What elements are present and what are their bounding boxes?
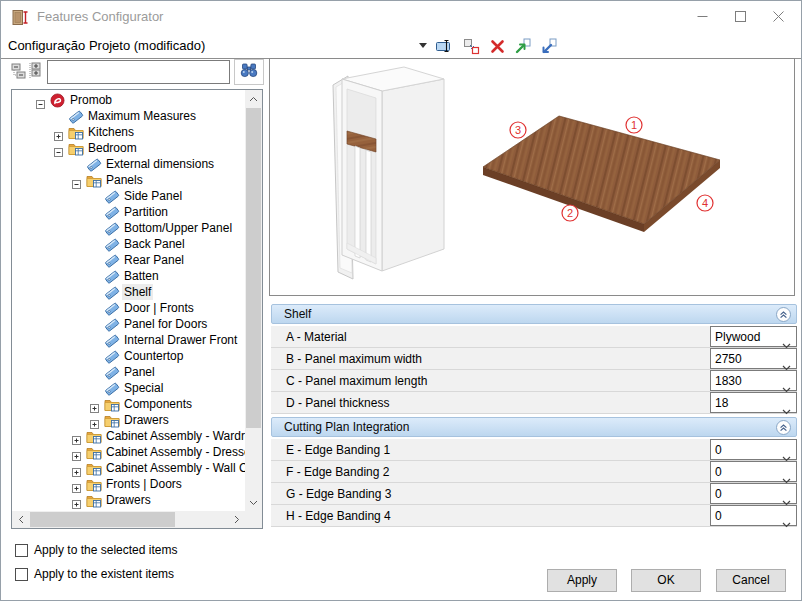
tree-item-kitchens[interactable]: Kitchens xyxy=(12,124,245,140)
tree-item-bottom-upper-panel[interactable]: Bottom/Upper Panel xyxy=(12,220,245,236)
collapse-section-icon[interactable] xyxy=(776,420,791,435)
tree-item-drawers[interactable]: Drawers xyxy=(12,412,245,428)
tree-item-label[interactable]: Side Panel xyxy=(122,188,184,204)
expand-node-icon[interactable] xyxy=(90,415,99,424)
tree-item-bedroom[interactable]: Bedroom xyxy=(12,140,245,156)
tree-item-internal-drawer-front[interactable]: Internal Drawer Front xyxy=(12,332,245,348)
tree-item-fronts-doors[interactable]: Fronts | Doors xyxy=(12,476,245,492)
tree-item-promob[interactable]: Promob xyxy=(12,92,245,108)
tree-item-batten[interactable]: Batten xyxy=(12,268,245,284)
collapse-section-icon[interactable] xyxy=(776,307,791,322)
tree-item-label[interactable]: Kitchens xyxy=(86,124,136,140)
scroll-down-icon[interactable] xyxy=(245,494,262,511)
expand-all-icon[interactable] xyxy=(28,62,44,80)
tree-item-back-panel[interactable]: Back Panel xyxy=(12,236,245,252)
tree-item-label[interactable]: Internal Drawer Front xyxy=(122,332,239,348)
property-dropdown[interactable]: 0 xyxy=(710,439,797,460)
ok-button[interactable]: OK xyxy=(631,569,701,592)
property-dropdown[interactable]: 0 xyxy=(710,461,797,482)
collapse-node-icon[interactable] xyxy=(72,175,81,184)
tree-item-label[interactable]: Fronts | Doors xyxy=(104,476,184,492)
scroll-up-icon[interactable] xyxy=(245,90,262,107)
tree-item-label[interactable]: External dimensions xyxy=(104,156,216,172)
apply-button[interactable]: Apply xyxy=(547,569,617,592)
configuration-combo[interactable]: Configuração Projeto (modificado) xyxy=(8,38,205,53)
property-dropdown[interactable]: Plywood xyxy=(710,326,797,347)
apply-selected-checkbox[interactable] xyxy=(15,544,28,557)
property-dropdown[interactable]: 2750 xyxy=(710,348,797,369)
tree-item-label[interactable]: Bedroom xyxy=(86,140,139,156)
tree-item-panel-for-doors[interactable]: Panel for Doors xyxy=(12,316,245,332)
tree-item-maximum-measures[interactable]: Maximum Measures xyxy=(12,108,245,124)
tree-item-rear-panel[interactable]: Rear Panel xyxy=(12,252,245,268)
search-button[interactable] xyxy=(234,59,264,85)
apply-existent-checkbox[interactable] xyxy=(15,568,28,581)
tree-item-panels[interactable]: Panels xyxy=(12,172,245,188)
tree-item-panel[interactable]: Panel xyxy=(12,364,245,380)
tree-item-side-panel[interactable]: Side Panel xyxy=(12,188,245,204)
tree-item-label[interactable]: Cabinet Assembly - Dressers | xyxy=(104,444,245,460)
property-dropdown[interactable]: 0 xyxy=(710,483,797,504)
collapse-all-icon[interactable] xyxy=(11,62,27,80)
tree-item-cabinet-assembly-wardrobe[interactable]: Cabinet Assembly - Wardrobe xyxy=(12,428,245,444)
tree-horizontal-scrollbar[interactable] xyxy=(12,511,245,528)
tree-item-special[interactable]: Special xyxy=(12,380,245,396)
tree-item-label[interactable]: Rear Panel xyxy=(122,252,186,268)
tree-item-label[interactable]: Components xyxy=(122,396,194,412)
tree-item-label[interactable]: Maximum Measures xyxy=(86,108,198,124)
tree-item-label[interactable]: Shelf xyxy=(122,284,153,300)
tree-item-components[interactable]: Components xyxy=(12,396,245,412)
close-button[interactable] xyxy=(756,1,801,32)
section-header-cutting-plan-integration[interactable]: Cutting Plan Integration xyxy=(271,417,797,437)
tree-item-label[interactable]: Panel for Doors xyxy=(122,316,209,332)
tree-item-label[interactable]: Drawers xyxy=(104,492,153,508)
tree-item-label[interactable]: Panels xyxy=(104,172,145,188)
tree-item-label[interactable]: Promob xyxy=(68,92,114,108)
property-dropdown[interactable]: 0 xyxy=(710,505,797,526)
horizontal-scroll-thumb[interactable] xyxy=(30,512,175,527)
collapse-node-icon[interactable] xyxy=(36,95,45,104)
expand-node-icon[interactable] xyxy=(72,447,81,456)
tree-item-shelf[interactable]: Shelf xyxy=(12,284,245,300)
rename-icon[interactable] xyxy=(435,36,455,56)
delete-icon[interactable] xyxy=(487,36,507,56)
tree-vertical-scrollbar[interactable] xyxy=(245,90,262,511)
expand-node-icon[interactable] xyxy=(72,479,81,488)
expand-node-icon[interactable] xyxy=(72,495,81,504)
tree-item-cabinet-assembly-dressers[interactable]: Cabinet Assembly - Dressers | xyxy=(12,444,245,460)
configuration-combo-arrow-icon[interactable] xyxy=(419,43,427,48)
vertical-scroll-thumb[interactable] xyxy=(246,108,261,428)
tree-item-drawers[interactable]: Drawers xyxy=(12,492,245,508)
tree-item-label[interactable]: Special xyxy=(122,380,165,396)
export-icon[interactable] xyxy=(512,36,532,56)
collapse-node-icon[interactable] xyxy=(54,143,63,152)
property-dropdown[interactable]: 1830 xyxy=(710,370,797,391)
expand-node-icon[interactable] xyxy=(54,127,63,136)
copy-icon[interactable] xyxy=(461,36,481,56)
tree-item-partition[interactable]: Partition xyxy=(12,204,245,220)
cancel-button[interactable]: Cancel xyxy=(716,569,786,592)
section-header-shelf[interactable]: Shelf xyxy=(271,304,797,324)
tree-item-label[interactable]: Bottom/Upper Panel xyxy=(122,220,234,236)
expand-node-icon[interactable] xyxy=(90,399,99,408)
tree-item-label[interactable]: Batten xyxy=(122,268,161,284)
tree-item-label[interactable]: Cabinet Assembly - Wall Cabin xyxy=(104,460,245,476)
tree-item-label[interactable]: Door | Fronts xyxy=(122,300,196,316)
tree-item-label[interactable]: Panel xyxy=(122,364,157,380)
expand-node-icon[interactable] xyxy=(72,463,81,472)
tree-item-countertop[interactable]: Countertop xyxy=(12,348,245,364)
scroll-left-icon[interactable] xyxy=(12,511,29,528)
import-icon[interactable] xyxy=(538,36,558,56)
tree-item-door-fronts[interactable]: Door | Fronts xyxy=(12,300,245,316)
tree-item-label[interactable]: Countertop xyxy=(122,348,185,364)
tree-item-label[interactable]: Drawers xyxy=(122,412,171,428)
property-dropdown[interactable]: 18 xyxy=(710,392,797,413)
tree-item-label[interactable]: Back Panel xyxy=(122,236,187,252)
tree-item-external-dimensions[interactable]: External dimensions xyxy=(12,156,245,172)
tree-item-label[interactable]: Cabinet Assembly - Wardrobe xyxy=(104,428,245,444)
search-input[interactable] xyxy=(47,60,230,84)
tree-item-label[interactable]: Partition xyxy=(122,204,170,220)
tree-item-cabinet-assembly-wall-cabin[interactable]: Cabinet Assembly - Wall Cabin xyxy=(12,460,245,476)
expand-node-icon[interactable] xyxy=(72,431,81,440)
scroll-right-icon[interactable] xyxy=(228,511,245,528)
